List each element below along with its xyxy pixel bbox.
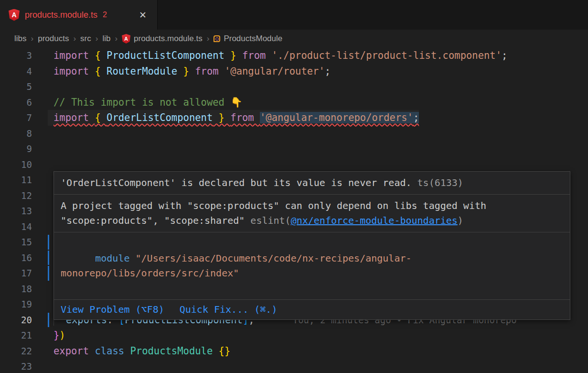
line-number: 14 [0, 219, 48, 235]
code-token: '@angular/router' [225, 66, 325, 77]
breadcrumb-item-products-module-ts[interactable]: Aproducts.module.ts [122, 34, 203, 44]
breadcrumb-label: src [80, 34, 91, 44]
eslint-source-prefix: eslint( [250, 215, 290, 226]
code-line-7[interactable]: 7import { OrderListComponent } from '@an… [0, 110, 588, 126]
code-token: from [242, 50, 272, 61]
module-keyword: module [95, 252, 129, 264]
code-token: import [53, 66, 95, 77]
code-token: } [53, 329, 59, 341]
line-number: 3 [0, 48, 48, 64]
line-number: 4 [0, 64, 48, 79]
code-line-4[interactable]: 4import { RouterModule } from '@angular/… [0, 64, 588, 79]
code-content [48, 141, 53, 157]
line-number: 12 [0, 188, 48, 204]
line-number: 11 [0, 172, 48, 188]
angular-icon: A [9, 9, 20, 21]
view-problem-action[interactable]: View Problem (⌥F8) [61, 302, 164, 317]
code-token: // This import is not allowed [53, 97, 230, 108]
tab-bar: A products.module.ts 2 ✕ [0, 0, 588, 30]
code-content [48, 188, 53, 204]
code-line-21[interactable]: 21}) [0, 328, 588, 343]
code-content [48, 203, 53, 219]
line-number: 7 [0, 110, 48, 126]
eslint-source-suffix: ) [458, 215, 463, 226]
code-line-22[interactable]: 22export class ProductsModule {} [0, 343, 588, 359]
code-content: export class ProductsModule {} [48, 343, 230, 359]
quick-fix-action[interactable]: Quick Fix... (⌘.) [180, 302, 278, 317]
tab-title: products.module.ts [25, 10, 97, 20]
code-token: OrderListComponent [107, 112, 213, 123]
code-editor[interactable]: 3import { ProductListComponent } from '.… [0, 48, 588, 373]
breadcrumb-item-libs[interactable]: libs [14, 34, 27, 44]
code-content [48, 126, 53, 142]
git-modified-indicator [48, 266, 49, 281]
code-line-8[interactable]: 8 [0, 126, 588, 142]
breadcrumb-label: products.module.ts [134, 34, 203, 44]
line-number: 15 [0, 234, 48, 250]
line-number: 20 [0, 312, 48, 328]
code-token: ; [502, 50, 507, 61]
code-content [48, 157, 53, 173]
code-content: import { RouterModule } from '@angular/r… [48, 64, 331, 79]
code-content [48, 219, 53, 235]
git-modified-indicator [48, 251, 49, 265]
breadcrumb-separator: › [115, 34, 118, 44]
breadcrumb-label: lib [102, 34, 110, 44]
breadcrumb: libs›products›src›lib›Aproducts.module.t… [0, 30, 588, 48]
eslint-rule-link[interactable]: @nx/enforce-module-boundaries [291, 215, 458, 226]
code-line-23[interactable]: 23 [0, 359, 588, 373]
angular-icon: A [122, 34, 130, 44]
code-line-10[interactable]: 10 [0, 157, 588, 173]
git-modified-indicator [48, 235, 49, 250]
code-token: class [95, 345, 130, 357]
code-token: RouterModule [107, 66, 177, 77]
breadcrumb-separator: › [207, 34, 210, 44]
code-line-5[interactable]: 5 [0, 79, 588, 95]
code-token: export [53, 345, 95, 357]
code-token: ; [413, 112, 419, 123]
code-token: } [225, 50, 242, 61]
module-path-line1: "/Users/isaac/Documents/code/nx-recipes/… [130, 252, 412, 264]
breadcrumb-item-lib[interactable]: lib [102, 34, 110, 44]
code-line-9[interactable]: 9 [0, 141, 588, 157]
breadcrumb-separator: › [96, 34, 98, 44]
hover-eslint-diagnostic: A project tagged with "scope:products" c… [54, 194, 570, 232]
code-token: { [95, 50, 107, 61]
tab-products-module[interactable]: A products.module.ts 2 ✕ [0, 0, 158, 30]
breadcrumb-separator: › [73, 34, 76, 44]
code-token: } [213, 112, 230, 123]
code-line-3[interactable]: 3import { ProductListComponent } from '.… [0, 48, 588, 64]
line-number: 17 [0, 265, 48, 281]
tab-problems-badge: 2 [103, 11, 107, 19]
code-token: ProductListComponent [107, 50, 225, 61]
line-number: 10 [0, 157, 48, 173]
breadcrumb-label: products [38, 34, 69, 44]
code-content [48, 79, 53, 95]
code-content [48, 172, 53, 188]
code-line-6[interactable]: 6// This import is not allowed 👇 [0, 95, 588, 110]
hover-action-bar: View Problem (⌥F8) Quick Fix... (⌘.) [54, 299, 570, 319]
symbol-class-icon [214, 35, 220, 42]
eslint-message-line1: A project tagged with "scope:products" c… [61, 200, 486, 211]
line-number: 16 [0, 250, 48, 266]
line-number: 6 [0, 95, 48, 110]
code-token: import [53, 112, 95, 123]
line-number: 19 [0, 296, 48, 312]
ts-diagnostic-message: 'OrderListComponent' is declared but its… [61, 177, 412, 188]
breadcrumb-item-productsmodule[interactable]: ProductsModule [214, 34, 282, 44]
code-token: } [177, 66, 195, 77]
breadcrumb-item-src[interactable]: src [80, 34, 91, 44]
ts-diagnostic-source: ts(6133) [417, 177, 463, 188]
line-number: 9 [0, 141, 48, 157]
hover-module-info: module "/Users/isaac/Documents/code/nx-r… [54, 232, 570, 299]
close-icon[interactable]: ✕ [137, 10, 149, 21]
code-content: import { ProductListComponent } from './… [48, 48, 507, 64]
code-token: from [230, 112, 260, 123]
breadcrumb-item-products[interactable]: products [38, 34, 69, 44]
code-content: // This import is not allowed 👇 [48, 95, 243, 110]
code-token: {} [219, 345, 231, 357]
breadcrumb-separator: › [31, 34, 34, 44]
line-number: 18 [0, 281, 48, 297]
error-hover-popup: 'OrderListComponent' is declared but its… [53, 171, 570, 320]
code-token: from [195, 66, 225, 77]
